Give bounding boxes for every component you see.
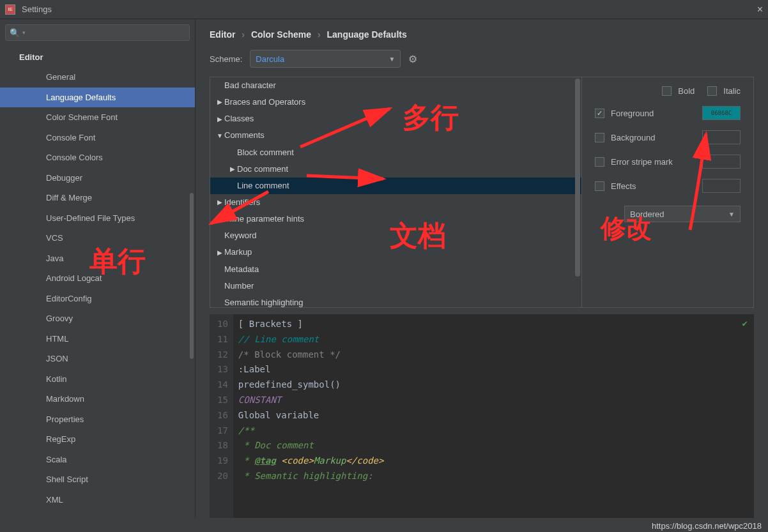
scheme-value: Darcula (256, 54, 284, 64)
sidebar-item[interactable]: Diff & Merge (0, 188, 195, 208)
tree-item[interactable]: Keyword (210, 227, 581, 244)
sidebar-item[interactable]: EditorConfig (0, 289, 195, 309)
code-area[interactable]: [ Brackets ]// Line comment/* Block comm… (233, 314, 754, 518)
breadcrumb-item[interactable]: Color Scheme (251, 29, 311, 40)
sidebar-item[interactable]: User-Defined File Types (0, 208, 195, 229)
tree-item[interactable]: Line comment (210, 178, 581, 194)
code-line[interactable]: * Doc comment (238, 438, 749, 453)
tree-item[interactable]: Block comment (210, 144, 581, 161)
tree-item[interactable]: ▼Comments (210, 127, 581, 144)
code-line[interactable]: predefined_symbol() (238, 377, 749, 393)
tree-toggle-icon[interactable]: ▼ (215, 131, 224, 141)
sidebar-item[interactable]: HTML (0, 329, 195, 349)
color-swatch[interactable] (702, 130, 741, 144)
tree-item[interactable]: ▶Braces and Operators (210, 94, 581, 110)
titlebar: IE Settings × (0, 0, 768, 19)
code-line[interactable]: * Semantic highlighting: (238, 469, 749, 484)
sidebar-item[interactable]: Groovy (0, 308, 195, 329)
close-icon[interactable]: × (757, 4, 763, 15)
tree-item[interactable]: Semantic highlighting (210, 294, 581, 307)
breadcrumb-item: Language Defaults (327, 29, 407, 40)
code-line[interactable]: [ Brackets ] (238, 317, 749, 332)
sidebar-item[interactable]: General (0, 67, 195, 87)
code-line[interactable]: :Label (238, 362, 749, 377)
code-line[interactable]: * @tag <code>Markup</code> (238, 453, 749, 469)
tree-item-label: Keyword (224, 229, 257, 242)
sidebar-item[interactable]: Shell Script (0, 469, 195, 490)
tree-item-label: Comments (224, 129, 265, 142)
sidebar-category[interactable]: Editor (0, 46, 195, 67)
checkbox[interactable] (595, 109, 604, 118)
tree-item[interactable]: ▶Classes (210, 110, 581, 127)
foreground-option[interactable]: Foreground 06868C (595, 106, 741, 120)
scheme-select[interactable]: Darcula ▼ (250, 50, 401, 68)
sidebar-item[interactable]: XML (0, 490, 195, 510)
sidebar-item[interactable]: Console Colors (0, 148, 195, 168)
tree-item[interactable]: ▶Doc comment (210, 161, 581, 178)
color-swatch[interactable] (702, 179, 741, 193)
code-line[interactable]: CONSTANT (238, 393, 749, 408)
checkbox[interactable] (662, 86, 672, 96)
tree-toggle-icon[interactable]: ▶ (215, 248, 224, 258)
tree-item[interactable]: ▶Markup (210, 244, 581, 261)
code-line[interactable]: /* Block comment */ (238, 347, 749, 363)
tree-item-label: Braces and Operators (224, 96, 305, 109)
sidebar-item[interactable]: Kotlin (0, 369, 195, 390)
tree-item-label: Identifiers (224, 196, 260, 209)
attribute-tree: Bad character▶Braces and Operators▶Class… (210, 77, 582, 307)
tree-item[interactable]: Bad character (210, 77, 581, 94)
error-stripe-option[interactable]: Error stripe mark (595, 155, 741, 169)
tree-toggle-icon[interactable]: ▶ (215, 197, 224, 208)
bold-option[interactable]: Bold (662, 86, 695, 96)
checkbox[interactable] (707, 86, 717, 96)
code-line[interactable]: /** (238, 423, 749, 439)
sidebar-item[interactable]: Language Defaults (0, 87, 195, 108)
tree-toggle-icon[interactable]: ▶ (215, 114, 224, 125)
chevron-down-icon: ▼ (388, 56, 395, 63)
tree-item[interactable]: Number (210, 278, 581, 294)
color-swatch[interactable]: 06868C (702, 106, 741, 120)
sidebar-item[interactable]: Debugger (0, 168, 195, 188)
sidebar-item[interactable]: Color Scheme Font (0, 107, 195, 128)
scrollbar[interactable] (575, 79, 580, 277)
italic-option[interactable]: Italic (707, 86, 741, 96)
tree-item[interactable]: ▶Inline parameter hints (210, 211, 581, 227)
checkbox[interactable] (595, 157, 604, 167)
search-input[interactable]: 🔍▾ (5, 24, 190, 41)
sidebar-item[interactable]: JSON (0, 349, 195, 369)
sidebar-item[interactable]: Scala (0, 450, 195, 470)
code-line[interactable]: Global variable (238, 408, 749, 423)
effects-option[interactable]: Effects (595, 179, 741, 193)
tree-item-label: Inline parameter hints (224, 213, 304, 225)
sidebar-item[interactable]: VCS (0, 228, 195, 248)
scheme-label: Scheme: (210, 54, 242, 64)
sidebar-item[interactable]: Markdown (0, 389, 195, 409)
tree-item-label: Classes (224, 112, 254, 125)
checkbox[interactable] (595, 181, 604, 191)
sidebar-item[interactable]: Console Font (0, 128, 195, 148)
app-icon: IE (5, 4, 15, 15)
code-line[interactable]: // Line comment (238, 332, 749, 347)
tree-toggle-icon[interactable]: ▶ (215, 214, 224, 224)
gear-icon[interactable]: ⚙ (408, 53, 417, 65)
effects-type-select[interactable]: Bordered ▼ (624, 206, 741, 222)
sidebar-item[interactable]: Android Logcat (0, 268, 195, 289)
color-swatch[interactable] (702, 155, 741, 169)
gutter: 1011121314151617181920 (210, 314, 233, 518)
breadcrumb-item[interactable]: Editor (210, 29, 235, 40)
settings-content: Editor › Color Scheme › Language Default… (196, 19, 768, 518)
tree-item[interactable]: ▶Identifiers (210, 194, 581, 211)
checkbox[interactable] (595, 133, 604, 142)
watermark: https://blog.csdn.net/wpc2018 (652, 521, 762, 531)
tree-toggle-icon[interactable]: ▶ (228, 164, 237, 174)
sidebar-item[interactable]: RegExp (0, 429, 195, 450)
tree-item[interactable]: Metadata (210, 261, 581, 278)
tree-item-label: Metadata (224, 263, 259, 276)
sidebar-item[interactable]: Properties (0, 409, 195, 430)
background-option[interactable]: Background (595, 130, 741, 144)
scrollbar[interactable] (190, 193, 194, 359)
sidebar-item[interactable]: Java (0, 248, 195, 269)
tree-item-label: Number (224, 280, 254, 293)
tree-toggle-icon[interactable]: ▶ (215, 97, 224, 107)
chevron-down-icon: ▾ (22, 29, 26, 36)
